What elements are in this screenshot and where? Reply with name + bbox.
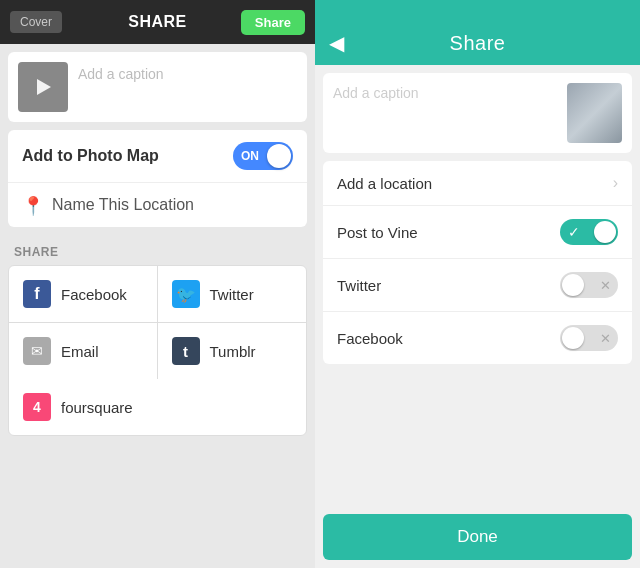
share-item-email[interactable]: ✉ Email	[9, 323, 158, 379]
share-item-foursquare[interactable]: 4 foursquare	[9, 379, 158, 435]
foursquare-icon: 4	[23, 393, 51, 421]
toggle-off-knob	[562, 274, 584, 296]
toggle-x-icon: ✕	[600, 278, 611, 293]
twitter-row[interactable]: Twitter ✕	[323, 259, 632, 312]
twitter-icon: 🐦	[172, 280, 200, 308]
share-grid: f Facebook 🐦 Twitter ✉ Email t Tumblr 4 …	[8, 265, 307, 436]
toggle-knob	[267, 144, 291, 168]
add-location-row[interactable]: Add a location ›	[323, 161, 632, 206]
right-thumbnail	[567, 83, 622, 143]
facebook-icon: f	[23, 280, 51, 308]
left-panel: Cover SHARE Share Add a caption Add to P…	[0, 0, 315, 568]
share-section-label: SHARE	[14, 245, 301, 259]
right-panel: ◀ Share Add a caption Add a location › P…	[315, 0, 640, 568]
share-item-twitter[interactable]: 🐦 Twitter	[158, 266, 307, 323]
video-thumbnail	[18, 62, 68, 112]
share-item-facebook[interactable]: f Facebook	[9, 266, 158, 323]
photo-map-section: Add to Photo Map ON 📍 Name This Location	[8, 130, 307, 227]
foursquare-label: foursquare	[61, 399, 133, 416]
facebook-toggle[interactable]: ✕	[560, 325, 618, 351]
photo-map-label: Add to Photo Map	[22, 147, 233, 165]
right-header-title: Share	[450, 32, 506, 55]
toggle-off-knob-2	[562, 327, 584, 349]
add-location-label: Add a location	[337, 175, 613, 192]
post-to-vine-row[interactable]: Post to Vine ✓	[323, 206, 632, 259]
facebook-row[interactable]: Facebook ✕	[323, 312, 632, 364]
play-icon	[37, 79, 51, 95]
thumbnail-image	[567, 83, 622, 143]
left-header-title: SHARE	[128, 13, 187, 31]
post-to-vine-label: Post to Vine	[337, 224, 560, 241]
toggle-x-icon-2: ✕	[600, 331, 611, 346]
tumblr-label: Tumblr	[210, 343, 256, 360]
right-caption-area[interactable]: Add a caption	[323, 73, 632, 153]
twitter-share-label: Twitter	[337, 277, 560, 294]
left-header: Cover SHARE Share	[0, 0, 315, 44]
done-label: Done	[457, 527, 498, 547]
done-button[interactable]: Done	[323, 514, 632, 560]
caption-input-area[interactable]: Add a caption	[8, 52, 307, 122]
facebook-share-label: Facebook	[337, 330, 560, 347]
share-button[interactable]: Share	[241, 10, 305, 35]
caption-placeholder: Add a caption	[78, 62, 164, 82]
right-options-list: Add a location › Post to Vine ✓ Twitter …	[323, 161, 632, 364]
cover-button[interactable]: Cover	[10, 11, 62, 33]
right-header: ◀ Share	[315, 0, 640, 65]
facebook-label: Facebook	[61, 286, 127, 303]
twitter-label: Twitter	[210, 286, 254, 303]
twitter-toggle[interactable]: ✕	[560, 272, 618, 298]
location-label: Name This Location	[52, 196, 194, 214]
email-label: Email	[61, 343, 99, 360]
photo-map-row: Add to Photo Map ON	[8, 130, 307, 183]
post-to-vine-toggle[interactable]: ✓	[560, 219, 618, 245]
email-icon: ✉	[23, 337, 51, 365]
toggle-check-icon: ✓	[568, 224, 580, 240]
back-button[interactable]: ◀	[329, 31, 344, 55]
photo-map-toggle[interactable]: ON	[233, 142, 293, 170]
location-row[interactable]: 📍 Name This Location	[8, 183, 307, 227]
right-caption-placeholder: Add a caption	[333, 83, 567, 101]
toggle-on-label: ON	[241, 149, 259, 163]
location-icon: 📍	[22, 195, 42, 215]
tumblr-icon: t	[172, 337, 200, 365]
chevron-right-icon: ›	[613, 174, 618, 192]
share-item-tumblr[interactable]: t Tumblr	[158, 323, 307, 379]
right-spacer	[315, 372, 640, 506]
toggle-on-knob	[594, 221, 616, 243]
